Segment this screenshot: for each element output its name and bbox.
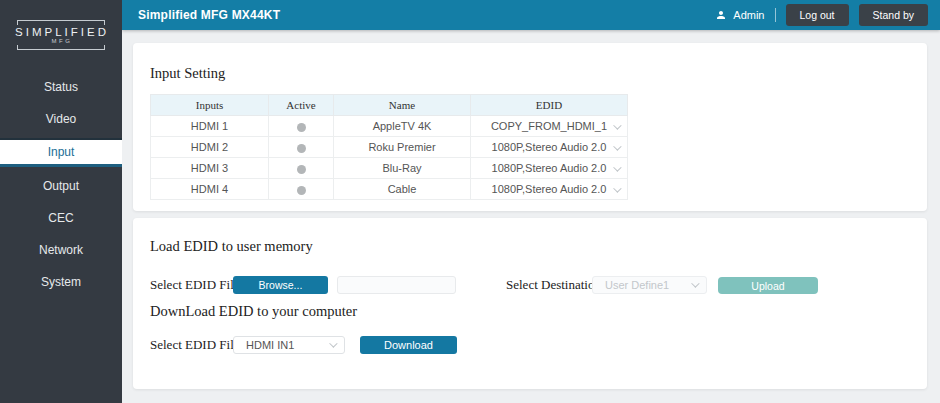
input-table: Inputs Active Name EDID HDMI 1 AppleTV 4… [150, 94, 628, 200]
standby-button[interactable]: Stand by [859, 4, 928, 26]
main-content: Input Setting Inputs Active Name EDID HD… [122, 30, 940, 403]
load-edid-title: Load EDID to user memory [150, 238, 313, 255]
edid-select[interactable]: COPY_FROM_HDMI_1 [471, 120, 627, 132]
edid-card: Load EDID to user memory Select EDID Fil… [133, 218, 927, 389]
sidebar-nav: Status Video Input Output CEC Network Sy… [0, 74, 122, 295]
active-indicator-icon [297, 186, 306, 195]
active-indicator-icon [297, 165, 306, 174]
edid-value: 1080P,Stereo Audio 2.0 [492, 183, 607, 195]
chevron-down-icon [613, 142, 621, 150]
chevron-down-icon [613, 163, 621, 171]
sidebar: SIMPLIFIED MFG Status Video Input Output… [0, 0, 122, 403]
chevron-down-icon [691, 279, 699, 287]
admin-label: Admin [733, 9, 764, 21]
name-cell: AppleTV 4K [334, 116, 471, 137]
column-header-active: Active [269, 95, 334, 116]
logo: SIMPLIFIED MFG [0, 20, 122, 50]
chevron-down-icon [613, 121, 621, 129]
table-row: HDMI 3 Blu-Ray 1080P,Stereo Audio 2.0 [151, 158, 628, 179]
edid-file-input[interactable] [337, 276, 456, 294]
chevron-down-icon [613, 184, 621, 192]
column-header-edid: EDID [471, 95, 628, 116]
app-title: Simplified MFG MX44KT [138, 8, 280, 22]
logo-bracket-top [17, 20, 105, 25]
download-button[interactable]: Download [360, 336, 457, 354]
logo-subtext: MFG [2, 38, 122, 44]
logo-text: SIMPLIFIED [2, 26, 122, 38]
active-indicator-icon [297, 123, 306, 132]
edid-select[interactable]: 1080P,Stereo Audio 2.0 [471, 162, 627, 174]
name-cell: Cable [334, 179, 471, 200]
table-row: HDMI 1 AppleTV 4K COPY_FROM_HDMI_1 [151, 116, 628, 137]
edid-select[interactable]: 1080P,Stereo Audio 2.0 [471, 141, 627, 153]
active-cell [269, 137, 334, 158]
name-cell: Blu-Ray [334, 158, 471, 179]
download-source-value: HDMI IN1 [246, 339, 294, 351]
edid-value: COPY_FROM_HDMI_1 [491, 120, 607, 132]
input-cell: HDMI 1 [151, 116, 269, 137]
browse-button[interactable]: Browse... [233, 276, 328, 294]
sidebar-item-output[interactable]: Output [0, 173, 122, 199]
active-cell [269, 116, 334, 137]
input-setting-title: Input Setting [150, 65, 225, 82]
column-header-name: Name [334, 95, 471, 116]
sidebar-item-video[interactable]: Video [0, 106, 122, 132]
user-icon [715, 9, 727, 21]
download-select-edid-file-label: Select EDID File: [150, 337, 243, 353]
table-row: HDMI 2 Roku Premier 1080P,Stereo Audio 2… [151, 137, 628, 158]
destination-value: User Define1 [605, 279, 669, 291]
active-cell [269, 158, 334, 179]
admin-menu[interactable]: Admin [715, 9, 764, 21]
app-window: Simplified MFG MX44KT Admin Log out Stan… [0, 0, 940, 403]
download-edid-title: DownLoad EDID to your computer [150, 303, 357, 320]
edid-cell: COPY_FROM_HDMI_1 [471, 116, 628, 137]
edid-value: 1080P,Stereo Audio 2.0 [492, 141, 607, 153]
edid-cell: 1080P,Stereo Audio 2.0 [471, 179, 628, 200]
sidebar-item-cec[interactable]: CEC [0, 205, 122, 231]
name-cell: Roku Premier [334, 137, 471, 158]
sidebar-item-network[interactable]: Network [0, 237, 122, 263]
table-row: HDMI 4 Cable 1080P,Stereo Audio 2.0 [151, 179, 628, 200]
select-edid-file-label: Select EDID File: [150, 277, 243, 293]
input-setting-card: Input Setting Inputs Active Name EDID HD… [133, 43, 927, 211]
sidebar-item-system[interactable]: System [0, 269, 122, 295]
sidebar-item-status[interactable]: Status [0, 74, 122, 100]
upload-button[interactable]: Upload [718, 277, 818, 294]
edid-cell: 1080P,Stereo Audio 2.0 [471, 137, 628, 158]
input-cell: HDMI 4 [151, 179, 269, 200]
chevron-down-icon [329, 339, 337, 347]
table-header-row: Inputs Active Name EDID [151, 95, 628, 116]
destination-select[interactable]: User Define1 [592, 276, 707, 294]
edid-cell: 1080P,Stereo Audio 2.0 [471, 158, 628, 179]
input-cell: HDMI 3 [151, 158, 269, 179]
edid-select[interactable]: 1080P,Stereo Audio 2.0 [471, 183, 627, 195]
top-bar: Simplified MFG MX44KT Admin Log out Stan… [122, 0, 940, 30]
active-cell [269, 179, 334, 200]
input-cell: HDMI 2 [151, 137, 269, 158]
divider [775, 8, 776, 22]
download-source-select[interactable]: HDMI IN1 [233, 336, 345, 354]
column-header-inputs: Inputs [151, 95, 269, 116]
select-destination-label: Select Destination: [506, 277, 605, 293]
sidebar-item-input[interactable]: Input [0, 138, 122, 167]
edid-value: 1080P,Stereo Audio 2.0 [492, 162, 607, 174]
logo-bracket-bottom [17, 45, 105, 50]
logout-button[interactable]: Log out [786, 4, 849, 26]
top-bar-right: Admin Log out Stand by [715, 4, 928, 26]
active-indicator-icon [297, 144, 306, 153]
